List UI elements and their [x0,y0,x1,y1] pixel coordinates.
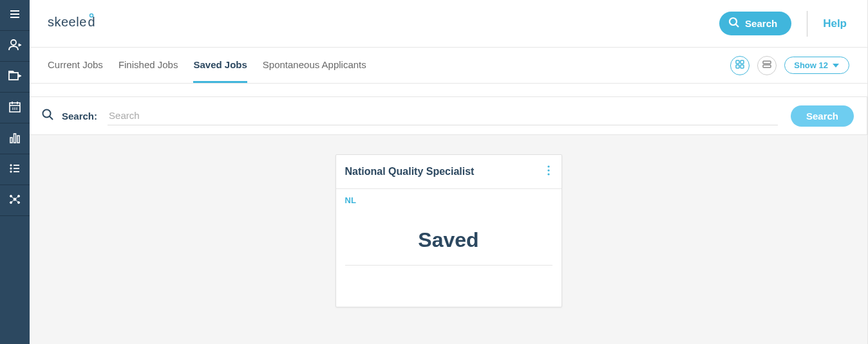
search-icon [728,17,740,30]
svg-line-31 [15,199,19,203]
grid-icon [735,60,744,71]
card-header: National Quality Specialist [336,155,561,189]
search-icon [41,108,54,123]
svg-marker-43 [833,64,839,68]
svg-rect-39 [736,65,739,68]
more-vertical-icon[interactable] [545,163,552,181]
header-actions: Search Help [719,11,849,37]
header-divider [807,11,807,37]
svg-point-46 [547,165,549,167]
show-count-button[interactable]: Show 12 [784,57,849,74]
show-count-label: Show 12 [794,60,828,70]
tabs: Current Jobs Finished Jobs Saved Jobs Sp… [48,48,366,83]
list-icon [8,162,21,177]
search-label: Search: [62,111,97,122]
content-area: National Quality Specialist NL Saved [30,135,867,344]
svg-line-36 [736,24,739,27]
list-view-button[interactable] [757,56,777,75]
sidebar-folders[interactable] [0,62,30,93]
bar-chart-icon [8,131,21,147]
header: skeele d Search Help [30,0,867,48]
folder-icon [8,69,22,86]
svg-point-21 [10,170,12,172]
tab-finished-jobs[interactable]: Finished Jobs [118,48,178,83]
calendar-icon [8,100,21,116]
sidebar-calendar[interactable] [0,93,30,123]
brand-logo: skeele d [48,12,106,35]
chevron-down-icon [832,60,840,70]
sidebar [0,0,30,344]
search-input[interactable] [108,106,778,125]
svg-line-29 [15,196,19,199]
svg-rect-41 [763,61,771,64]
global-search-label: Search [745,18,777,29]
svg-point-3 [11,40,16,45]
network-icon [8,193,21,208]
search-button[interactable]: Search [791,105,854,127]
svg-rect-37 [736,60,739,64]
grid-view-button[interactable] [730,56,750,75]
svg-line-30 [11,199,15,203]
hamburger-icon [8,8,21,23]
tab-current-jobs[interactable]: Current Jobs [48,48,103,83]
svg-line-45 [50,116,53,120]
svg-text:skeele: skeele [48,15,87,29]
svg-rect-5 [9,73,18,80]
svg-point-35 [730,18,737,25]
svg-marker-6 [19,75,21,77]
card-title: National Quality Specialist [345,166,475,177]
help-link[interactable]: Help [823,17,849,30]
svg-marker-4 [19,44,21,46]
card-body: NL Saved [336,189,561,307]
sidebar-people[interactable] [0,31,30,62]
global-search-button[interactable]: Search [719,12,791,35]
rows-icon [762,60,771,71]
svg-rect-40 [741,65,744,68]
sidebar-network[interactable] [0,185,30,216]
person-icon [8,38,22,55]
card-status: Saved [345,218,552,265]
svg-point-47 [547,169,549,171]
tab-spontaneous[interactable]: Spontaneous Applicants [263,48,366,83]
sidebar-menu[interactable] [0,0,30,31]
job-card[interactable]: National Quality Specialist NL Saved [335,154,562,307]
card-footer [345,266,552,294]
svg-rect-42 [763,65,771,68]
main-content: skeele d Search Help Current Jobs Finish… [30,0,868,344]
card-location-tag: NL [345,195,552,205]
search-bar: Search: Search [30,96,867,135]
svg-line-28 [11,196,15,199]
svg-point-17 [10,164,12,165]
svg-rect-14 [10,138,12,143]
tabs-row: Current Jobs Finished Jobs Saved Jobs Sp… [30,48,867,84]
sidebar-list[interactable] [0,154,30,185]
tab-saved-jobs[interactable]: Saved Jobs [193,48,247,83]
svg-point-48 [547,173,549,175]
svg-point-19 [10,167,12,168]
svg-point-44 [43,110,51,118]
svg-rect-38 [741,60,744,64]
view-controls: Show 12 [730,56,849,75]
sidebar-stats[interactable] [0,123,30,154]
svg-rect-16 [17,136,19,143]
svg-rect-15 [14,134,16,143]
